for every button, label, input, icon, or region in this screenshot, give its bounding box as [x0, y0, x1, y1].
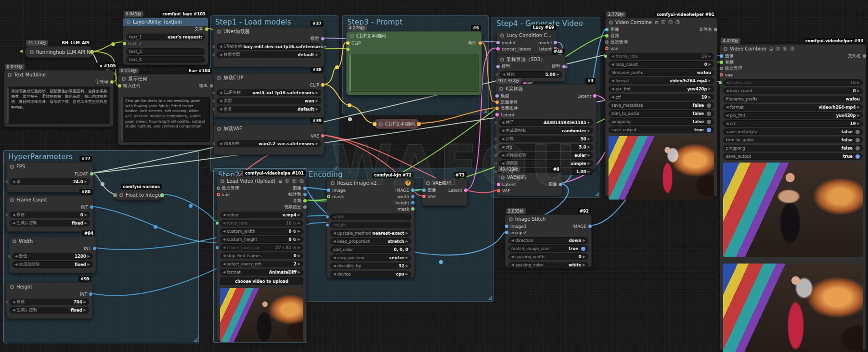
IMAGE-output-port[interactable]: IMAGE [572, 224, 592, 229]
widget-skip_first_frames[interactable]: ◀skip_first_frames0▶ [220, 252, 303, 259]
widget-vae名称[interactable]: ◀vae名称wan2.2_vae.safetensors▶ [217, 140, 321, 147]
图像-output-port[interactable]: 图像 [548, 181, 562, 188]
node-text-multiline[interactable]: 0.037秒Text Multiline字符串将裙装换成红色婚纱，搭配飘逸的缎面… [4, 70, 114, 127]
decrement-arrow-icon[interactable]: ◀ [13, 300, 15, 304]
toggle-knob[interactable] [707, 103, 711, 108]
node-vae-loader[interactable]: #39加载VAEVAE◀vae名称wan2.2_vae.safetensors▶ [213, 124, 324, 155]
node-height-primitive[interactable]: #95HeightINT◀数值704▶◀生成后控制fixed▶ [6, 282, 92, 319]
toggle-knob[interactable] [855, 138, 860, 142]
IMAGE-output-port[interactable]: IMAGE [395, 188, 415, 193]
widget-设备[interactable]: ◀设备default▶ [217, 106, 321, 113]
widget-filename_prefix[interactable]: filename_prefixwafou [609, 69, 714, 76]
widget-upscale_method[interactable]: ◀upscale_methodnearest-exact▶ [330, 230, 411, 237]
widget-生成后控制[interactable]: ◀生成后控制fixed▶ [12, 261, 93, 268]
decrement-arrow-icon[interactable]: ◀ [611, 87, 614, 91]
toggle-knob[interactable] [855, 154, 860, 159]
increment-arrow-icon[interactable]: ▶ [857, 105, 860, 109]
widget-loop_count[interactable]: ◀loop_count0▶ [609, 61, 714, 68]
decrement-arrow-icon[interactable]: ◀ [611, 63, 614, 66]
widget-生成后控制[interactable]: ◀生成后控制randomize▶ [499, 127, 593, 134]
increment-arrow-icon[interactable]: ▶ [298, 213, 300, 217]
widget-pix_fmt[interactable]: ◀pix_fmtyuv420p▶ [609, 86, 714, 92]
decrement-arrow-icon[interactable]: ◀ [223, 238, 225, 241]
decrement-arrow-icon[interactable]: ◀ [220, 53, 222, 57]
increment-arrow-icon[interactable]: ▶ [406, 239, 408, 243]
字符串-output-port[interactable]: 字符串 [95, 79, 114, 85]
decrement-arrow-icon[interactable]: ◀ [220, 45, 222, 49]
widget-trim_to_audio[interactable]: trim_to_audiofalse [723, 137, 863, 143]
文本-output-port[interactable]: 文本 [194, 26, 208, 32]
increment-arrow-icon[interactable]: ▶ [588, 121, 590, 125]
model-output-port[interactable]: model [538, 40, 557, 45]
increment-arrow-icon[interactable]: ▶ [583, 239, 585, 242]
increment-arrow-icon[interactable]: ▶ [316, 142, 318, 146]
decrement-arrow-icon[interactable]: ◀ [15, 263, 17, 266]
widget-force_rate[interactable]: ◀force_rate16 ↻▶ [220, 220, 303, 226]
node-vae-encode[interactable]: #73VAE编码图像LatentVAE [422, 178, 467, 206]
width-output-port[interactable]: width [397, 194, 415, 199]
widget-text_1[interactable]: text_1user's request: [126, 34, 205, 40]
output-port[interactable] [90, 50, 94, 54]
increment-arrow-icon[interactable]: ▶ [84, 308, 86, 312]
decrement-arrow-icon[interactable]: ◀ [333, 239, 336, 243]
node-resize-image-v2[interactable]: comfyui-kjn #72Resize Image v2?imageIMAG… [327, 178, 415, 278]
decrement-arrow-icon[interactable]: ◀ [511, 239, 514, 242]
increment-arrow-icon[interactable]: ▶ [709, 95, 711, 99]
widget-spacing_color[interactable]: ◀spacing_colorwhite▶ [508, 262, 588, 268]
图像-output-port[interactable]: 图像 [293, 185, 307, 191]
widget-format[interactable]: ◀formatvideo/h264-mp4▶ [609, 77, 714, 84]
widget-种子[interactable]: ◀种子443813583561185▶ [499, 119, 593, 126]
decrement-arrow-icon[interactable]: ◀ [13, 180, 15, 184]
decrement-arrow-icon[interactable]: ◀ [13, 213, 15, 217]
decrement-arrow-icon[interactable]: ◀ [333, 256, 336, 260]
widget-CLIP名称[interactable]: ◀CLIP名称umt5_xxl_fp16.safetensors▶ [217, 89, 321, 96]
widget-save_output[interactable]: save_outputtrue [609, 126, 714, 133]
increment-arrow-icon[interactable]: ▶ [857, 89, 860, 93]
decrement-arrow-icon[interactable]: ◀ [220, 91, 222, 95]
批次管理-input-port[interactable]: 批次管理 [605, 39, 628, 45]
decrement-arrow-icon[interactable]: ◀ [511, 263, 514, 267]
文件名-output-port[interactable]: 文件名 [848, 53, 866, 59]
widget-loop_count[interactable]: ◀loop_count0▶ [723, 88, 863, 94]
widget-生成后控制[interactable]: ◀生成后控制fixed▶ [10, 307, 89, 314]
widget-format[interactable]: ◀formatAnimateDiff▶ [220, 269, 303, 276]
vae-input-port[interactable]: vae [720, 73, 733, 77]
concat_latent-input-port[interactable]: concat_latent [496, 47, 531, 51]
widget-frame_load_cap[interactable]: ◀frame_load_cap27→ 81 ⊘▶ [220, 244, 303, 251]
VAE-input-port[interactable]: VAE [422, 194, 436, 199]
decrement-arrow-icon[interactable]: ◀ [220, 142, 222, 146]
increment-arrow-icon[interactable]: ▶ [316, 107, 318, 111]
increment-arrow-icon[interactable]: ▶ [298, 262, 300, 266]
increment-arrow-icon[interactable]: ▶ [583, 263, 585, 267]
increment-arrow-icon[interactable]: ▶ [316, 99, 318, 103]
increment-arrow-icon[interactable]: ▶ [406, 231, 408, 235]
widget-数值[interactable]: ◀数值704▶ [10, 299, 89, 305]
toggle-knob[interactable] [855, 130, 860, 134]
INT-output-port[interactable]: INT [84, 246, 96, 251]
increment-arrow-icon[interactable]: ▶ [406, 256, 408, 260]
正面条件-input-port[interactable]: 正面条件 [495, 99, 518, 105]
decrement-arrow-icon[interactable]: ◀ [223, 254, 225, 258]
widget-trim_to_audio[interactable]: trim_to_audiofalse [609, 110, 714, 117]
widget-数据类型[interactable]: ◀数据类型default▶ [217, 51, 321, 58]
模型-output-port[interactable]: 模型 [552, 63, 566, 70]
toggle-knob[interactable] [581, 247, 585, 251]
decrement-arrow-icon[interactable]: ◀ [502, 121, 504, 125]
widget-pad_color[interactable]: pad_color0, 0, 0 [330, 246, 411, 253]
prompt-text-area[interactable]: Change the dress to a red wedding gown w… [121, 97, 210, 142]
decrement-arrow-icon[interactable]: ◀ [503, 73, 505, 76]
upload-video-button[interactable]: choose video to upload [220, 277, 303, 285]
increment-arrow-icon[interactable]: ▶ [88, 254, 90, 258]
help-icon[interactable]: ? [405, 180, 411, 186]
node-show-any[interactable]: 0.153秒Eae #104展示任何输入任何输出Change the dress… [118, 74, 213, 145]
widget-custom_height[interactable]: ◀custom_height0 ↻▶ [220, 236, 303, 243]
node-reroute-v-105[interactable]: v #105 [97, 62, 117, 69]
node-ksampler[interactable]: 917.332秒#3K采样器模型Latent正面条件负面条件Latent◀种子4… [495, 84, 596, 170]
node-width-primitive[interactable]: #94WidthINT◀数值1280▶◀生成后控制fixed▶ [9, 237, 96, 273]
decrement-arrow-icon[interactable]: ◀ [611, 79, 614, 83]
image1-input-port[interactable]: image1 [505, 224, 527, 229]
widget-步数[interactable]: ◀步数50▶ [499, 136, 593, 142]
node-clip-text-encode-negative[interactable]: CLIP文本编码 [374, 119, 419, 129]
input-port[interactable] [373, 122, 376, 126]
CLIP-output-port[interactable]: CLIP [310, 83, 324, 88]
